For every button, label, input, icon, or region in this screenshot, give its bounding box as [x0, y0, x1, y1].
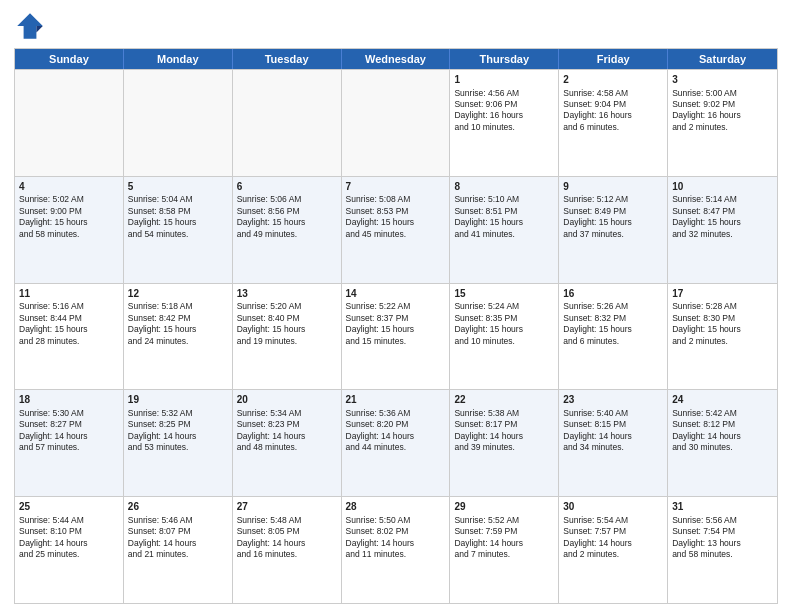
day-info: Sunrise: 5:20 AM: [237, 301, 337, 312]
calendar-cell: [15, 70, 124, 176]
calendar-cell: 8Sunrise: 5:10 AMSunset: 8:51 PMDaylight…: [450, 177, 559, 283]
calendar-cell: 3Sunrise: 5:00 AMSunset: 9:02 PMDaylight…: [668, 70, 777, 176]
day-info: Daylight: 16 hours: [672, 110, 773, 121]
calendar-cell: 21Sunrise: 5:36 AMSunset: 8:20 PMDayligh…: [342, 390, 451, 496]
day-number: 2: [563, 73, 663, 87]
calendar-cell: 25Sunrise: 5:44 AMSunset: 8:10 PMDayligh…: [15, 497, 124, 603]
cal-header-day: Saturday: [668, 49, 777, 69]
day-number: 28: [346, 500, 446, 514]
cal-header-day: Thursday: [450, 49, 559, 69]
day-info: Sunrise: 4:58 AM: [563, 88, 663, 99]
day-info: Sunrise: 5:00 AM: [672, 88, 773, 99]
day-number: 19: [128, 393, 228, 407]
day-info: Sunrise: 5:46 AM: [128, 515, 228, 526]
day-info: Daylight: 13 hours: [672, 538, 773, 549]
day-info: Sunrise: 5:30 AM: [19, 408, 119, 419]
day-info: Sunset: 8:56 PM: [237, 206, 337, 217]
day-info: Sunrise: 5:36 AM: [346, 408, 446, 419]
day-info: Daylight: 14 hours: [237, 431, 337, 442]
day-info: Sunrise: 5:52 AM: [454, 515, 554, 526]
day-info: Sunrise: 5:50 AM: [346, 515, 446, 526]
day-info: and 7 minutes.: [454, 549, 554, 560]
day-info: Daylight: 15 hours: [672, 324, 773, 335]
day-info: Sunset: 7:57 PM: [563, 526, 663, 537]
day-number: 15: [454, 287, 554, 301]
day-info: Sunset: 9:04 PM: [563, 99, 663, 110]
day-number: 4: [19, 180, 119, 194]
day-number: 24: [672, 393, 773, 407]
day-info: Daylight: 14 hours: [128, 431, 228, 442]
day-info: and 2 minutes.: [672, 336, 773, 347]
day-info: Sunset: 9:06 PM: [454, 99, 554, 110]
calendar-cell: 6Sunrise: 5:06 AMSunset: 8:56 PMDaylight…: [233, 177, 342, 283]
day-info: Daylight: 14 hours: [19, 538, 119, 549]
day-info: Sunrise: 5:02 AM: [19, 194, 119, 205]
day-info: Sunset: 8:02 PM: [346, 526, 446, 537]
day-info: Sunrise: 5:16 AM: [19, 301, 119, 312]
day-number: 13: [237, 287, 337, 301]
day-info: Sunset: 8:58 PM: [128, 206, 228, 217]
day-number: 14: [346, 287, 446, 301]
calendar-cell: 1Sunrise: 4:56 AMSunset: 9:06 PMDaylight…: [450, 70, 559, 176]
calendar-cell: 10Sunrise: 5:14 AMSunset: 8:47 PMDayligh…: [668, 177, 777, 283]
day-info: Sunrise: 5:54 AM: [563, 515, 663, 526]
day-info: and 10 minutes.: [454, 122, 554, 133]
day-info: Daylight: 15 hours: [454, 217, 554, 228]
day-info: Sunset: 8:49 PM: [563, 206, 663, 217]
calendar-cell: 7Sunrise: 5:08 AMSunset: 8:53 PMDaylight…: [342, 177, 451, 283]
calendar-row: 18Sunrise: 5:30 AMSunset: 8:27 PMDayligh…: [15, 389, 777, 496]
day-number: 27: [237, 500, 337, 514]
day-info: Daylight: 15 hours: [346, 217, 446, 228]
day-info: Sunset: 8:32 PM: [563, 313, 663, 324]
calendar-header: SundayMondayTuesdayWednesdayThursdayFrid…: [15, 49, 777, 69]
day-info: and 54 minutes.: [128, 229, 228, 240]
day-info: Sunset: 8:42 PM: [128, 313, 228, 324]
day-info: and 57 minutes.: [19, 442, 119, 453]
day-info: Sunrise: 5:42 AM: [672, 408, 773, 419]
day-info: and 41 minutes.: [454, 229, 554, 240]
day-info: and 44 minutes.: [346, 442, 446, 453]
day-info: and 53 minutes.: [128, 442, 228, 453]
calendar-row: 1Sunrise: 4:56 AMSunset: 9:06 PMDaylight…: [15, 69, 777, 176]
calendar-cell: 13Sunrise: 5:20 AMSunset: 8:40 PMDayligh…: [233, 284, 342, 390]
day-info: Sunrise: 5:40 AM: [563, 408, 663, 419]
day-info: and 2 minutes.: [672, 122, 773, 133]
day-number: 23: [563, 393, 663, 407]
calendar-row: 11Sunrise: 5:16 AMSunset: 8:44 PMDayligh…: [15, 283, 777, 390]
day-info: Sunset: 8:35 PM: [454, 313, 554, 324]
day-info: Sunrise: 5:34 AM: [237, 408, 337, 419]
day-number: 5: [128, 180, 228, 194]
day-info: Daylight: 15 hours: [19, 324, 119, 335]
day-info: and 24 minutes.: [128, 336, 228, 347]
day-info: and 19 minutes.: [237, 336, 337, 347]
day-info: Sunset: 8:12 PM: [672, 419, 773, 430]
day-info: and 58 minutes.: [672, 549, 773, 560]
day-info: and 15 minutes.: [346, 336, 446, 347]
day-number: 18: [19, 393, 119, 407]
calendar-row: 4Sunrise: 5:02 AMSunset: 9:00 PMDaylight…: [15, 176, 777, 283]
day-number: 31: [672, 500, 773, 514]
day-info: and 25 minutes.: [19, 549, 119, 560]
day-info: Sunset: 8:05 PM: [237, 526, 337, 537]
cal-header-day: Sunday: [15, 49, 124, 69]
calendar-cell: 5Sunrise: 5:04 AMSunset: 8:58 PMDaylight…: [124, 177, 233, 283]
day-info: Sunset: 8:27 PM: [19, 419, 119, 430]
day-info: Daylight: 15 hours: [237, 324, 337, 335]
day-number: 25: [19, 500, 119, 514]
day-info: Daylight: 15 hours: [454, 324, 554, 335]
calendar-cell: [342, 70, 451, 176]
day-info: Sunrise: 5:18 AM: [128, 301, 228, 312]
calendar-cell: 28Sunrise: 5:50 AMSunset: 8:02 PMDayligh…: [342, 497, 451, 603]
day-info: Sunset: 8:53 PM: [346, 206, 446, 217]
day-number: 29: [454, 500, 554, 514]
svg-marker-1: [36, 26, 42, 32]
day-info: and 45 minutes.: [346, 229, 446, 240]
calendar-cell: 31Sunrise: 5:56 AMSunset: 7:54 PMDayligh…: [668, 497, 777, 603]
day-info: Sunrise: 5:22 AM: [346, 301, 446, 312]
calendar-cell: 9Sunrise: 5:12 AMSunset: 8:49 PMDaylight…: [559, 177, 668, 283]
calendar-cell: 12Sunrise: 5:18 AMSunset: 8:42 PMDayligh…: [124, 284, 233, 390]
day-info: Daylight: 14 hours: [346, 431, 446, 442]
day-info: and 6 minutes.: [563, 336, 663, 347]
day-info: and 48 minutes.: [237, 442, 337, 453]
calendar-cell: 16Sunrise: 5:26 AMSunset: 8:32 PMDayligh…: [559, 284, 668, 390]
